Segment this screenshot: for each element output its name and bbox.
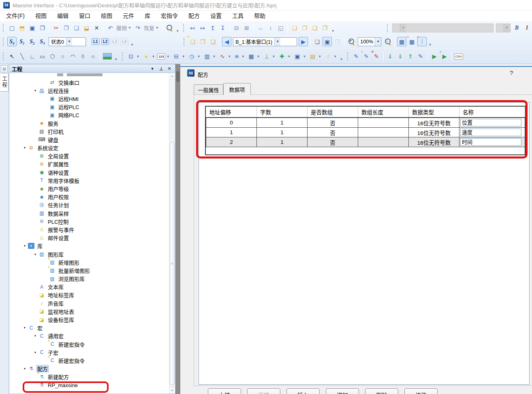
indicator-lamp-icon[interactable]: ● — [141, 52, 151, 61]
help-button[interactable]: ? — [510, 69, 513, 76]
tree-item[interactable]: ▼C子宏 — [9, 348, 169, 356]
csv-export-button[interactable]: CSV — [454, 54, 463, 60]
undo-label[interactable]: 撤销 — [116, 24, 127, 32]
previous-window-icon[interactable]: ◀ — [222, 37, 231, 46]
same-size-icon[interactable]: ◱ — [276, 23, 285, 32]
collapse-arrow-icon[interactable]: ▼ — [32, 253, 38, 256]
cell-0-3[interactable] — [358, 118, 409, 128]
bit-button-icon[interactable]: ⊡ — [126, 52, 136, 61]
toolbar-grip[interactable] — [3, 38, 5, 46]
dropdown-arrow-icon[interactable]: ▼ — [152, 55, 155, 58]
dropdown-arrow-icon[interactable]: ▼ — [272, 55, 276, 58]
cell-0-2[interactable]: 否 — [308, 118, 358, 128]
copy-icon[interactable]: ❐ — [62, 23, 71, 32]
state-combo[interactable]: 状态0▼ — [49, 37, 86, 46]
toolbar-grip[interactable] — [184, 38, 186, 46]
send-backward-icon[interactable]: ❐ — [320, 23, 329, 32]
scrollbar-thumb[interactable]: ≡ — [170, 142, 175, 385]
undo-icon[interactable]: ↶ — [106, 23, 115, 32]
dropdown-arrow-icon[interactable]: ▼ — [156, 26, 159, 30]
collapse-arrow-icon[interactable]: ▼ — [32, 89, 38, 92]
center-vertical-icon[interactable]: ⊞ — [242, 23, 251, 32]
state-s3-icon[interactable]: S₃ — [38, 37, 47, 46]
dropdown-arrow-icon[interactable]: ▼ — [303, 55, 306, 58]
state-s0-icon[interactable]: S₀ — [7, 37, 17, 46]
dialog-button-3[interactable]: 增加 — [326, 388, 359, 394]
meter-component-button[interactable]: ılı — [233, 53, 240, 60]
collapse-arrow-icon[interactable]: ▼ — [21, 146, 28, 149]
menu-item-0[interactable]: 文件(F) — [1, 11, 30, 21]
tree-item[interactable]: ▨+批量新增图形 — [9, 266, 169, 274]
redo-label[interactable]: 恢复 — [144, 24, 154, 32]
dialog-button-4[interactable]: 删除 — [365, 388, 398, 394]
cell-1-2[interactable]: 否 — [308, 128, 358, 137]
tree-item[interactable]: ☻服务 — [9, 119, 169, 127]
language-l4-button[interactable]: L4 — [120, 38, 128, 45]
tree-item[interactable]: ▼品远程连接 — [9, 86, 169, 94]
chevron-down-icon[interactable]: ▼ — [274, 38, 280, 46]
window-properties-icon[interactable]: ❏ — [208, 37, 218, 46]
tree-item[interactable]: ⚙扩展属性 — [9, 160, 169, 168]
touch-trigger-icon[interactable]: ☝ — [323, 52, 333, 61]
bring-forward-icon[interactable]: ❏ — [310, 23, 319, 32]
toolbar-overflow-icon[interactable]: ▾ — [429, 43, 431, 47]
table-row[interactable]: 21否16位无符号数时间 — [206, 137, 525, 147]
dropdown-arrow-icon[interactable]: ▼ — [333, 55, 337, 58]
tree-item[interactable]: ▼C宏 — [9, 324, 169, 332]
snap-line-icon[interactable]: ⁞∩ — [417, 37, 427, 46]
redo-icon[interactable]: ↷ — [133, 23, 143, 32]
table-row[interactable]: 11否16位无符号数速度 — [206, 128, 525, 137]
zoom-combo[interactable]: 100%▼ — [358, 37, 381, 46]
dropdown-arrow-icon[interactable]: ▼ — [287, 55, 291, 58]
next-window-icon[interactable]: ▶ — [299, 37, 308, 46]
tree-item[interactable]: ▣远程HMI — [9, 94, 169, 103]
paste-icon[interactable]: ⬓ — [82, 23, 91, 32]
scroll-up-icon[interactable]: ▲ — [169, 73, 175, 79]
download-usb-icon[interactable]: ⇓ — [386, 52, 395, 61]
panel-menu-icon[interactable]: ▾ — [149, 66, 156, 71]
cell-2-1[interactable]: 1 — [257, 137, 308, 147]
dropdown-arrow-icon[interactable]: ▼ — [228, 55, 231, 58]
align-bottom-icon[interactable]: ↧ — [218, 23, 227, 32]
toolbar-overflow-icon[interactable]: ▾ — [131, 43, 133, 47]
tree-item[interactable]: ▼⚙系统设定 — [9, 144, 169, 152]
italic-icon[interactable]: I — [522, 23, 532, 32]
name-input[interactable]: 时间 — [460, 138, 521, 146]
numeric-display-button[interactable]: 123 — [157, 54, 165, 60]
tree-scrollbar[interactable]: ▲ ≡ ▼ — [169, 73, 175, 394]
state-s2-icon[interactable]: S₂ — [28, 37, 37, 46]
draw-rectangle-icon[interactable]: ▭ — [38, 52, 47, 61]
window-view-extra-icon[interactable]: ❐ — [333, 37, 342, 46]
delete-icon[interactable]: ✕ — [92, 23, 101, 32]
grid-snap-icon[interactable]: ▦∩ — [407, 37, 417, 46]
cell-0-4[interactable]: 16位无符号数 — [409, 118, 459, 128]
close-icon[interactable]: ✕ — [166, 66, 173, 71]
project-panel-icon[interactable]: ▤ — [1, 65, 8, 72]
collapse-arrow-icon[interactable]: ▼ — [32, 351, 38, 354]
tree-item[interactable]: ◉语种设置 — [9, 168, 169, 176]
toolbar-grip[interactable] — [3, 52, 5, 60]
chevron-down-icon[interactable]: ▼ — [66, 38, 72, 46]
same-width-icon[interactable]: ↔ — [256, 23, 265, 32]
menu-item-3[interactable]: 窗口 — [74, 11, 96, 21]
open-folder-icon[interactable]: ⬒ — [17, 23, 27, 32]
toolbar-grip[interactable] — [387, 24, 389, 32]
menu-item-9[interactable]: 设置 — [205, 11, 227, 21]
bold-icon[interactable]: B — [512, 23, 521, 32]
tree-item[interactable]: ⑫任务计划 — [9, 201, 169, 209]
draw-arch-icon[interactable]: ∩ — [88, 52, 98, 61]
copy-window-icon[interactable]: ❐ — [198, 37, 207, 46]
tree-item[interactable]: ⚙PLC控制 — [9, 217, 169, 225]
dropdown-arrow-icon[interactable]: ▼ — [318, 55, 321, 58]
cell-2-2[interactable]: 否 — [308, 137, 358, 147]
tree-item[interactable]: ♪声音库 — [9, 299, 169, 307]
move-component-icon[interactable]: ✚ — [277, 52, 286, 61]
bring-to-front-icon[interactable]: ❏ — [290, 23, 299, 32]
trend-chart-icon[interactable]: ∿ — [218, 52, 227, 61]
cell-2-4[interactable]: 16位无符号数 — [409, 137, 459, 147]
menu-item-2[interactable]: 编辑 — [52, 11, 74, 21]
same-height-icon[interactable]: ↕ — [266, 23, 275, 32]
download-icon[interactable]: ⇓ — [396, 52, 405, 61]
pin-icon[interactable]: ⊣ — [158, 65, 164, 72]
valve-component-icon[interactable]: ⊥ — [262, 52, 271, 61]
